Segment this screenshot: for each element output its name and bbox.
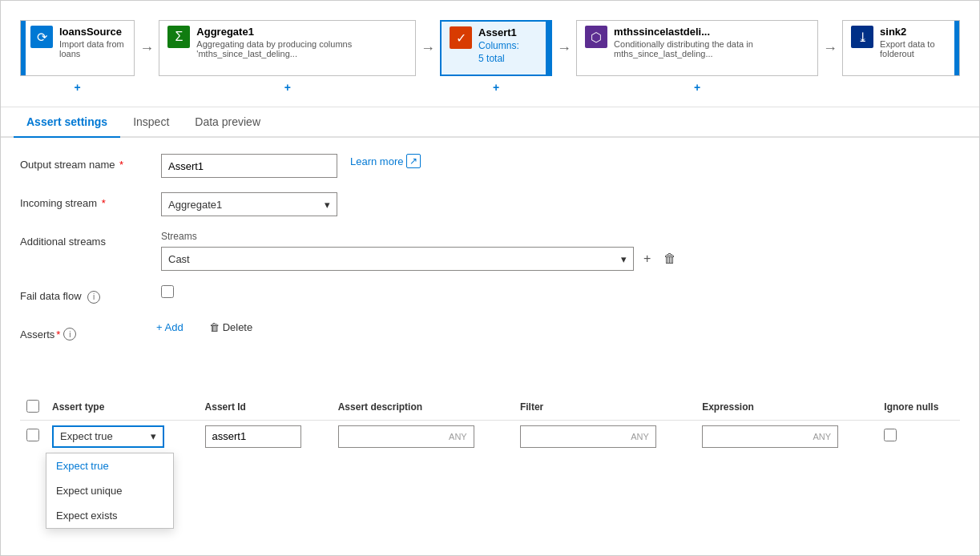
loans-text: loansSource Import data from loans — [59, 26, 126, 58]
arrow-4: → — [818, 40, 842, 57]
ignore-nulls-cell — [877, 420, 960, 453]
sink-icon: ⤓ — [851, 26, 873, 48]
filter-cell: ANY — [514, 420, 696, 453]
pipeline-bar: ⟳ loansSource Import data from loans + →… — [1, 1, 979, 107]
node-loans-source: ⟳ loansSource Import data from loans + — [20, 20, 135, 76]
arrow-1: → — [135, 40, 159, 57]
mths-title: mthssincelastdeli... — [614, 26, 809, 38]
main-container: ⟳ loansSource Import data from loans + →… — [0, 0, 980, 556]
fail-data-flow-label: Fail data flow i — [20, 285, 148, 304]
assert-subtitle1: Columns: — [478, 40, 519, 51]
plus-loans[interactable]: + — [75, 81, 81, 94]
chevron-down-icon-assert-type: ▾ — [151, 430, 156, 442]
delete-stream-button[interactable]: 🗑 — [660, 248, 680, 269]
add-stream-button[interactable]: + — [640, 248, 654, 269]
option-expect-exists[interactable]: Expect exists — [46, 503, 173, 528]
output-required-star: * — [117, 159, 124, 171]
node-aggregate1: Σ Aggregate1 Aggregating data by produci… — [159, 20, 416, 76]
plus-icon: + — [643, 252, 651, 266]
node-box-assert[interactable]: ✓ Assert1 Columns: 5 total — [440, 20, 552, 76]
sink-title: sink2 — [880, 26, 950, 38]
chevron-down-icon-incoming: ▾ — [325, 199, 330, 211]
asserts-table: Assert type Assert Id Assert description… — [20, 395, 960, 453]
loans-icon: ⟳ — [30, 26, 53, 48]
delete-assert-icon: 🗑 — [209, 321, 220, 333]
assert-text: Assert1 Columns: 5 total — [478, 26, 519, 64]
loans-title: loansSource — [59, 26, 126, 38]
option-expect-unique[interactable]: Expect unique — [46, 478, 173, 503]
node-sink2: ⤓ sink2 Export data to folderout — [842, 20, 960, 76]
output-stream-input[interactable] — [161, 154, 337, 178]
additional-streams-label: Additional streams — [20, 231, 148, 248]
select-all-checkbox[interactable] — [26, 400, 39, 413]
col-expression: Expression — [696, 395, 877, 421]
plus-aggregate[interactable]: + — [284, 81, 291, 94]
assert-type-dropdown[interactable]: Expect true ▾ — [52, 425, 164, 448]
row-checkbox[interactable] — [26, 429, 39, 441]
tab-data-preview[interactable]: Data preview — [182, 107, 273, 138]
col-assert-description: Assert description — [332, 395, 514, 421]
tab-assert-settings[interactable]: Assert settings — [14, 107, 120, 138]
col-filter: Filter — [514, 395, 696, 421]
node-assert1: ✓ Assert1 Columns: 5 total + — [440, 20, 552, 76]
fail-data-flow-checkbox[interactable] — [161, 285, 174, 298]
aggregate-subtitle: Aggregating data by producing columns 'm… — [196, 39, 407, 58]
col-checkbox — [20, 395, 46, 421]
settings-content: Output stream name * Learn more ↗ Incomi… — [1, 138, 979, 555]
chevron-down-icon-streams: ▾ — [621, 253, 627, 265]
expression-input[interactable]: ANY — [702, 425, 838, 448]
filter-any-label: ANY — [631, 432, 649, 441]
streams-row: Cast ▾ + 🗑 — [161, 247, 680, 271]
table-row: Expect true ▾ Expect true Expect unique … — [20, 420, 960, 453]
arrow-2: → — [416, 40, 440, 57]
fail-info-icon[interactable]: i — [87, 291, 100, 304]
learn-more-link[interactable]: Learn more ↗ — [350, 154, 421, 168]
row-checkbox-cell — [20, 420, 46, 453]
node-box-loans[interactable]: ⟳ loansSource Import data from loans — [20, 20, 135, 76]
incoming-stream-label: Incoming stream * — [20, 192, 148, 209]
arrow-3: → — [552, 40, 576, 57]
sink-subtitle: Export data to folderout — [880, 39, 950, 58]
right-bar-sink — [954, 21, 959, 75]
streams-sublabel: Streams — [161, 231, 680, 242]
col-assert-type: Assert type — [46, 395, 199, 421]
tabs-bar: Assert settings Inspect Data preview — [1, 107, 979, 138]
assert-title: Assert1 — [478, 26, 519, 38]
mths-icon: ⬡ — [585, 26, 607, 48]
description-input[interactable]: ANY — [338, 425, 474, 448]
right-bar-assert — [546, 22, 550, 75]
option-expect-true[interactable]: Expect true — [46, 453, 173, 478]
sink-text: sink2 Export data to folderout — [880, 26, 950, 58]
mths-subtitle: Conditionally distributing the data in m… — [614, 39, 809, 58]
add-assert-button[interactable]: + Add — [148, 318, 192, 336]
asserts-label: Asserts * i — [20, 323, 148, 340]
filter-input[interactable]: ANY — [520, 425, 656, 448]
left-bar-loans — [21, 21, 26, 75]
additional-streams-row: Additional streams Streams Cast ▾ + 🗑 — [20, 231, 960, 271]
asserts-row: Asserts * i + Add 🗑 Delete — [20, 318, 960, 453]
external-link-icon: ↗ — [406, 154, 421, 168]
delete-assert-button[interactable]: 🗑 Delete — [201, 318, 261, 336]
delete-icon: 🗑 — [663, 252, 676, 266]
col-ignore-nulls: Ignore nulls — [877, 395, 960, 421]
tab-inspect[interactable]: Inspect — [120, 107, 182, 138]
output-stream-row: Output stream name * Learn more ↗ — [20, 154, 960, 178]
incoming-stream-dropdown[interactable]: Aggregate1 ▾ — [161, 192, 337, 216]
loans-subtitle: Import data from loans — [59, 39, 126, 58]
assert-description-cell: ANY — [332, 420, 514, 453]
ignore-nulls-checkbox[interactable] — [884, 429, 897, 441]
node-box-aggregate[interactable]: Σ Aggregate1 Aggregating data by produci… — [159, 20, 416, 76]
asserts-info-icon[interactable]: i — [63, 328, 76, 340]
streams-dropdown[interactable]: Cast ▾ — [161, 247, 634, 271]
mths-text: mthssincelastdeli... Conditionally distr… — [614, 26, 809, 58]
assert-id-input[interactable] — [205, 425, 301, 448]
expression-any-label: ANY — [813, 432, 832, 441]
node-box-mths[interactable]: ⬡ mthssincelastdeli... Conditionally dis… — [576, 20, 818, 76]
aggregate-title: Aggregate1 — [196, 26, 407, 38]
expression-cell: ANY — [696, 420, 877, 453]
assert-type-cell: Expect true ▾ Expect true Expect unique … — [46, 420, 199, 453]
aggregate-text: Aggregate1 Aggregating data by producing… — [196, 26, 407, 58]
plus-mths[interactable]: + — [694, 81, 700, 94]
node-box-sink[interactable]: ⤓ sink2 Export data to folderout — [842, 20, 960, 76]
plus-assert[interactable]: + — [493, 81, 499, 94]
